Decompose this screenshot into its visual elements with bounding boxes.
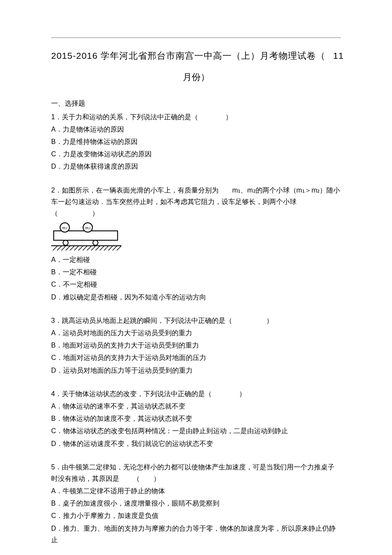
svg-line-10	[70, 246, 74, 250]
svg-line-12	[78, 246, 83, 250]
q2-option-c: C．不一定相碰	[51, 279, 341, 290]
q2-d-label: D	[51, 293, 56, 301]
q4-b-text: ．物体运动的加速度不变，其运动状态就不变	[56, 415, 192, 422]
q4-b-label: B	[51, 415, 56, 422]
svg-line-17	[100, 246, 104, 250]
q5-a-text: ．牛顿第二定律不适用于静止的物体	[56, 487, 165, 495]
q4-option-a: A．物体运动的速率不变，其运动状态就不变	[51, 400, 341, 412]
q2-b-label: B	[51, 268, 56, 276]
q1-c-text: ．力是改变物体运动状态的原因	[56, 150, 152, 158]
question-4: 4．关于物体运动状态的改变，下列说法中正确的是（ ） A．物体运动的速率不变，其…	[51, 388, 341, 449]
q5-stem: 5．由牛顿第二定律知，无论怎样小的力都可以使物体产生加速度，可是当我们用一个力推…	[51, 461, 341, 484]
fig-m2-label: m₂	[85, 225, 91, 230]
q5-option-c: C．推力小于摩擦力，加速度是负值	[51, 510, 341, 521]
svg-line-8	[61, 246, 66, 250]
q3-stem: 3．跳高运动员从地面上起跳的瞬间，下列说法中正确的是（ ）	[51, 315, 341, 326]
svg-line-19	[108, 246, 112, 250]
q2-option-a: A．一定相碰	[51, 254, 341, 265]
q3-c-label: C	[51, 354, 56, 361]
q4-stem: 4．关于物体运动状态的改变，下列说法中正确的是（ ）	[51, 388, 341, 400]
svg-line-14	[87, 246, 91, 250]
q5-d-label: D	[51, 525, 56, 532]
q5-b-text: ．桌子的加速度很小，速度增量很小，眼睛不易觉察到	[56, 500, 219, 507]
q2-b-text: ．一定不相碰	[56, 268, 97, 276]
q3-c-text: ．地面对运动员的支持力大于运动员对地面的压力	[56, 354, 206, 361]
q4-num: 4	[51, 390, 55, 397]
q4-c-text: ．物体运动状态的改变包括两种情况：一是由静止到运动，二是由运动到静止	[56, 427, 288, 434]
top-rule	[51, 37, 341, 38]
q2-c-label: C	[51, 281, 56, 288]
q5-b-label: B	[51, 500, 56, 507]
q1-c-label: C	[51, 150, 56, 158]
q3-stem-text: ．跳高运动员从地面上起跳的瞬间，下列说法中正确的是（ ）	[55, 317, 273, 324]
q4-option-c: C．物体运动状态的改变包括两种情况：一是由静止到运动，二是由运动到静止	[51, 425, 341, 437]
q1-a-label: A	[51, 126, 56, 133]
q2-m1b: m₁	[297, 187, 305, 194]
q3-d-label: D	[51, 367, 56, 374]
q2-figure: m₁ m₂	[51, 221, 341, 251]
svg-line-13	[83, 246, 87, 250]
q2-sep1: 、	[240, 187, 247, 194]
q4-d-text: ．物体的运动速度不变，我们就说它的运动状态不变	[56, 440, 213, 447]
q4-a-text: ．物体运动的速率不变，其运动状态就不变	[56, 403, 185, 410]
q4-d-label: D	[51, 440, 56, 447]
title-line-2: 月份）	[51, 70, 341, 85]
title-block: 2015-2016 学年河北省邢台市南宫一中高一（上）月考物理试卷（11 月份）	[51, 48, 341, 85]
question-3: 3．跳高运动员从地面上起跳的瞬间，下列说法中正确的是（ ） A．运动员对地面的压…	[51, 315, 341, 376]
q3-a-label: A	[51, 329, 56, 336]
q3-option-d: D．运动员对地面的压力等于运动员受到的重力	[51, 365, 341, 376]
q4-option-b: B．物体运动的加速度不变，其运动状态就不变	[51, 413, 341, 424]
title-years: 2015-2016	[51, 51, 98, 60]
q2-a-label: A	[51, 256, 56, 263]
q3-option-c: C．地面对运动员的支持力大于运动员对地面的压力	[51, 352, 341, 363]
q5-option-a: A．牛顿第二定律不适用于静止的物体	[51, 485, 341, 497]
q2-m2b: m₂	[311, 187, 320, 194]
question-2: 2．如图所示，在一辆表面光滑的小车上，有质量分别为 m₁、m₂的两个小球（m₁＞…	[51, 184, 341, 303]
q2-m1: m₁	[232, 187, 240, 194]
q1-option-b: B．力是维持物体运动的原因	[51, 136, 341, 147]
q2-num: 2	[51, 187, 55, 194]
q5-num: 5	[51, 463, 55, 471]
exam-page: 2015-2016 学年河北省邢台市南宫一中高一（上）月考物理试卷（11 月份）…	[0, 0, 392, 555]
q1-option-d: D．力是物体获得速度的原因	[51, 161, 341, 172]
svg-line-16	[95, 246, 100, 250]
q3-d-text: ．运动员对地面的压力等于运动员受到的重力	[56, 367, 193, 374]
q2-stem-p2: 的两个小球（	[256, 187, 297, 194]
q2-stem-p1: ．如图所示，在一辆表面光滑的小车上，有质量分别为	[55, 187, 232, 194]
q2-option-b: B．一定不相碰	[51, 266, 341, 278]
q2-m2: m₂	[247, 187, 255, 194]
q5-d-text: ．推力、重力、地面的支持力与摩擦力的合力等于零，物体的加速度为零，所以原来静止仍…	[51, 525, 336, 543]
q1-d-label: D	[51, 163, 56, 170]
section-heading: 一、选择题	[51, 98, 341, 109]
q2-a-text: ．一定相碰	[56, 256, 90, 263]
q1-stem-text: ．关于力和运动的关系，下列说法中正确的是（ ）	[55, 113, 232, 121]
q5-c-label: C	[51, 512, 56, 519]
q5-stem-text: ．由牛顿第二定律知，无论怎样小的力都可以使物体产生加速度，可是当我们用一个力推桌…	[51, 463, 334, 482]
svg-line-21	[117, 246, 121, 250]
svg-line-9	[66, 246, 70, 250]
svg-line-20	[112, 246, 117, 250]
q1-option-c: C．力是改变物体运动状态的原因	[51, 148, 341, 160]
svg-line-11	[74, 246, 78, 250]
question-1: 1．关于力和运动的关系，下列说法中正确的是（ ） A．力是物体运动的原因 B．力…	[51, 111, 341, 173]
fig-m1-label: m₁	[62, 225, 67, 230]
q5-a-label: A	[51, 487, 56, 495]
q3-b-text: ．地面对运动员的支持力大于运动员受到的重力	[56, 342, 199, 349]
svg-point-3	[63, 240, 68, 245]
q2-c-text: ．不一定相碰	[56, 281, 97, 288]
title-month: 11	[333, 51, 344, 60]
q2-gt: ＞	[305, 187, 311, 194]
question-5: 5．由牛顿第二定律知，无论怎样小的力都可以使物体产生加速度，可是当我们用一个力推…	[51, 461, 341, 546]
q1-option-a: A．力是物体运动的原因	[51, 124, 341, 135]
svg-line-15	[91, 246, 95, 250]
q4-option-d: D．物体的运动速度不变，我们就说它的运动状态不变	[51, 438, 341, 449]
svg-line-7	[57, 246, 61, 250]
q4-stem-text: ．关于物体运动状态的改变，下列说法中正确的是（ ）	[55, 390, 246, 397]
q4-c-label: C	[51, 427, 56, 434]
svg-line-6	[53, 246, 57, 250]
title-main: 学年河北省邢台市南宫一中高一（上）月考物理试卷（	[98, 51, 325, 61]
q1-b-label: B	[51, 138, 56, 145]
q5-c-text: ．推力小于摩擦力，加速度是负值	[56, 512, 159, 519]
q1-stem: 1．关于力和运动的关系，下列说法中正确的是（ ）	[51, 111, 341, 123]
q3-num: 3	[51, 317, 55, 324]
